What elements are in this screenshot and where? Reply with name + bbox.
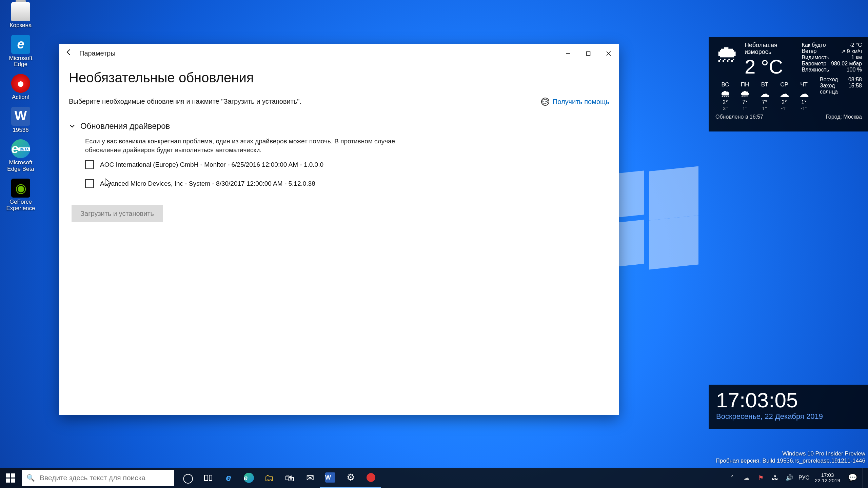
taskbar-action-icon[interactable] — [361, 468, 381, 488]
close-button[interactable] — [598, 44, 619, 63]
clock-date: Воскресенье, 22 Декабря 2019 — [716, 412, 861, 421]
desktop: Корзинаe Microsoft Edge● Action!W 19536e… — [0, 0, 868, 488]
desktop-icon-recycle-bin[interactable]: Корзина — [2, 2, 39, 29]
recycle-bin-icon — [11, 2, 30, 21]
geforce-icon: ◉ — [11, 179, 30, 198]
driver-updates-section: Обновления драйверов Если у вас возникла… — [69, 121, 609, 188]
clock-widget[interactable]: 17:03:05 Воскресенье, 22 Декабря 2019 — [709, 385, 868, 429]
taskbar-settings-icon[interactable]: ⚙ — [340, 468, 361, 488]
tray-notifications-icon[interactable]: 💬 — [846, 473, 859, 482]
taskbar-edge-icon[interactable]: e — [218, 468, 239, 488]
weather-temperature: 2 °C — [745, 57, 783, 77]
taskbar-pinned-apps: ◯ e e 🗂 🛍 ✉ W ⚙ — [178, 468, 381, 488]
forecast-day: ВС🌧2°3° — [715, 81, 735, 111]
edge-beta-icon: eBETA — [11, 139, 30, 158]
desktop-icon-edge[interactable]: e Microsoft Edge — [2, 35, 39, 68]
desktop-icon-build[interactable]: W 19536 — [2, 107, 39, 134]
desktop-icon-label: Microsoft Edge Beta — [2, 160, 39, 172]
desktop-icon-action[interactable]: ● Action! — [2, 74, 39, 101]
window-content: Необязательные обновления Выберите необх… — [59, 63, 619, 222]
taskbar-search[interactable]: 🔍 — [22, 470, 174, 486]
tray-language[interactable]: РУС — [798, 475, 809, 481]
chevron-down-icon — [69, 123, 76, 129]
driver-item: AOC International (Europe) GmbH - Monito… — [85, 160, 609, 169]
page-subtitle: Выберите необходимые обновления и нажмит… — [69, 98, 301, 105]
tray-datetime[interactable]: 17:0322.12.2019 — [815, 472, 840, 484]
weather-sun-times: Восход08:58Заход солнца15:58 — [820, 77, 862, 111]
weather-updated: Обновлено в 16:57 — [715, 114, 763, 120]
taskbar-mail-icon[interactable]: ✉ — [300, 468, 320, 488]
build-icon: W — [11, 107, 30, 126]
get-help-link[interactable]: 💬 Получить помощь — [541, 98, 609, 106]
desktop-icon-label: Microsoft Edge — [2, 55, 39, 68]
timeline-button[interactable] — [198, 468, 218, 488]
desktop-icon-geforce[interactable]: ◉ GeForce Experience — [2, 179, 39, 211]
forecast-day: СР☁2°-1° — [774, 81, 794, 111]
help-icon: 💬 — [541, 98, 549, 106]
desktop-icons: Корзинаe Microsoft Edge● Action!W 19536e… — [2, 2, 43, 218]
back-button[interactable] — [59, 48, 78, 59]
settings-window: Параметры Необязательные обновления Выбе… — [59, 44, 619, 415]
task-view-button[interactable]: ◯ — [178, 468, 198, 488]
svg-rect-2 — [204, 475, 208, 481]
section-header-label: Обновления драйверов — [80, 121, 170, 131]
weather-icon: 🌧 — [715, 42, 738, 77]
taskbar-edge-beta-icon[interactable]: e — [239, 468, 259, 488]
system-tray: ˄ ☁ ⚑ 🖧 🔊 РУС 17:0322.12.2019 💬 — [727, 468, 868, 488]
forecast-day: ВТ☁7°1° — [755, 81, 774, 111]
weather-widget[interactable]: 🌧 Небольшаяизморось 2 °C Как будто-2 °CВ… — [709, 37, 868, 131]
desktop-icon-label: GeForce Experience — [2, 199, 39, 211]
download-install-button[interactable]: Загрузить и установить — [72, 205, 163, 222]
section-header-toggle[interactable]: Обновления драйверов — [69, 121, 609, 131]
driver-label: AOC International (Europe) GmbH - Monito… — [100, 161, 323, 168]
tray-volume-icon[interactable]: 🔊 — [784, 474, 794, 482]
weather-forecast: ВС🌧2°3°ПН🌧7°1°ВТ☁7°1°СР☁2°-1°ЧТ☁1°-1° — [715, 81, 814, 111]
weather-description: Небольшаяизморось — [745, 42, 783, 56]
tray-security-icon[interactable]: ⚑ — [756, 474, 766, 482]
search-input[interactable] — [40, 474, 170, 482]
action-icon: ● — [11, 74, 30, 93]
driver-checkbox[interactable] — [85, 160, 94, 169]
search-icon: 🔍 — [26, 474, 35, 482]
forecast-day: ПН🌧7°1° — [735, 81, 755, 111]
driver-checkbox[interactable] — [85, 179, 94, 188]
show-desktop-button[interactable] — [863, 468, 866, 488]
desktop-icon-label: 19536 — [2, 127, 39, 134]
get-help-label: Получить помощь — [553, 98, 609, 106]
section-description: Если у вас возникла конкретная проблема,… — [85, 137, 431, 154]
driver-label: Advanced Micro Devices, Inc - System - 8… — [100, 180, 315, 187]
tray-chevron-up-icon[interactable]: ˄ — [727, 474, 737, 482]
edge-icon: e — [11, 35, 30, 54]
driver-item: Advanced Micro Devices, Inc - System - 8… — [85, 179, 609, 188]
minimize-button[interactable] — [558, 44, 578, 63]
maximize-button[interactable] — [578, 44, 598, 63]
weather-city: Город: Москва — [826, 114, 862, 120]
svg-rect-3 — [209, 475, 212, 481]
forecast-day: ЧТ☁1°-1° — [794, 81, 814, 111]
window-title: Параметры — [78, 49, 116, 57]
taskbar-file-explorer-icon[interactable]: 🗂 — [259, 468, 279, 488]
desktop-icon-label: Action! — [2, 94, 39, 101]
desktop-icon-edge-beta[interactable]: eBETA Microsoft Edge Beta — [2, 139, 39, 172]
weather-details: Как будто-2 °CВетер↗ 9 км/чВидимость1 км… — [802, 42, 862, 77]
start-button[interactable] — [0, 468, 20, 488]
tray-network-icon[interactable]: 🖧 — [770, 474, 780, 482]
taskbar-word-icon[interactable]: W — [320, 468, 340, 488]
taskbar: 🔍 ◯ e e 🗂 🛍 ✉ W ⚙ ˄ ☁ ⚑ 🖧 🔊 РУС 17:0322.… — [0, 468, 868, 488]
clock-time: 17:03:05 — [716, 388, 861, 412]
insider-watermark: Windows 10 Pro Insider Preview Пробная в… — [716, 450, 865, 465]
desktop-icon-label: Корзина — [2, 22, 39, 29]
svg-rect-1 — [587, 52, 590, 55]
taskbar-store-icon[interactable]: 🛍 — [279, 468, 300, 488]
titlebar: Параметры — [59, 44, 619, 63]
driver-list: AOC International (Europe) GmbH - Monito… — [69, 160, 609, 188]
page-title: Необязательные обновления — [69, 70, 609, 85]
tray-onedrive-icon[interactable]: ☁ — [742, 474, 752, 482]
